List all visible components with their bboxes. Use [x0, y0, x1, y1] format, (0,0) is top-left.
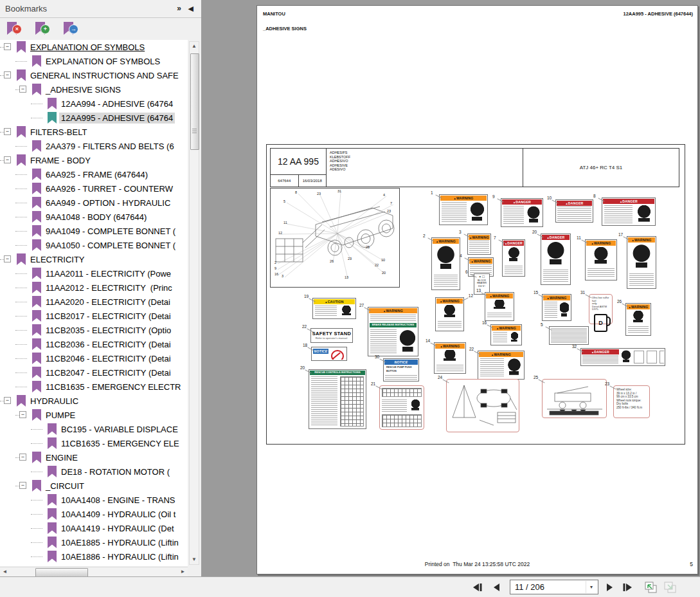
bookmark-item[interactable]: 11CB2017 - ELECTRICITY (Detai [0, 309, 188, 323]
next-view-button[interactable] [662, 580, 678, 594]
bookmark-label[interactable]: 10AE1886 - HYDRAULIC (Liftin [59, 551, 181, 562]
bookmark-item[interactable]: −PUMPE [0, 408, 188, 422]
bookmark-item[interactable]: 9AA1050 - COMPLETE BONNET ( [0, 238, 188, 252]
bookmark-label[interactable]: 10AA1408 - ENGINE - TRANS [59, 495, 177, 506]
bookmark-label[interactable]: 10AA1419 - HYDRAULIC (Det [59, 523, 176, 534]
bookmark-label[interactable]: _CIRCUIT [44, 481, 86, 491]
expand-options-icon[interactable]: » [177, 3, 181, 14]
bookmark-label[interactable]: 11AA2011 - ELECTRICITY (Powe [44, 268, 173, 279]
bookmark-label[interactable]: ENGINE [44, 452, 80, 463]
bookmark-item[interactable]: 11CB2046 - ELECTRICITY (Detai [0, 351, 188, 365]
bookmark-label[interactable]: 9AA1048 - BODY (647644) [44, 212, 148, 223]
bookmark-item[interactable]: 9AA1048 - BODY (647644) [0, 210, 188, 224]
add-bookmark-button[interactable]: + [33, 21, 50, 37]
combobox-dropdown-icon[interactable]: ▾ [586, 581, 597, 593]
previous-page-button[interactable] [489, 580, 505, 594]
horizontal-scroll-thumb[interactable] [35, 568, 88, 577]
bookmark-item[interactable]: 11CB1635 - EMERGENCY ELECTR [0, 380, 188, 394]
bookmark-item[interactable]: 12AA994 - ADHESIVE (64764 [0, 96, 188, 111]
bookmark-item[interactable]: 9AA1049 - COMPLETE BONNET ( [0, 224, 188, 238]
bookmark-label[interactable]: 11CB2047 - ELECTRICITY (Detai [44, 367, 173, 378]
bookmark-label[interactable]: 12AA994 - ADHESIVE (64764 [59, 98, 175, 109]
bookmark-item[interactable]: BC195 - VARIABLE DISPLACE [0, 422, 188, 436]
last-page-button[interactable] [620, 580, 635, 594]
bookmark-item[interactable]: 10AA1408 - ENGINE - TRANS [0, 493, 188, 507]
bookmark-label[interactable]: 12AA995 - ADHESIVE (64764 [59, 113, 175, 124]
collapse-minus-icon[interactable]: − [4, 71, 11, 78]
delete-bookmark-button[interactable]: × [5, 21, 22, 37]
scroll-right-icon[interactable]: ► [178, 567, 188, 576]
scroll-left-icon[interactable]: ◄ [0, 567, 10, 576]
collapse-minus-icon[interactable]: − [19, 482, 26, 489]
bookmark-item[interactable]: −ENGINE [0, 450, 188, 464]
bookmark-label[interactable]: 11CB1635 - EMERGENCY ELECTR [44, 381, 183, 392]
bookmark-label[interactable]: 6AA925 - FRAME (647644) [44, 169, 150, 180]
collapse-panel-icon[interactable]: ◀ [188, 3, 193, 14]
collapse-minus-icon[interactable]: − [19, 454, 26, 461]
bookmark-item[interactable]: −HYDRAULIC [0, 394, 188, 408]
bookmark-label[interactable]: 11CB2017 - ELECTRICITY (Detai [44, 311, 173, 322]
scroll-up-icon[interactable]: ▲ [190, 42, 199, 51]
bookmark-label[interactable]: 11AA2012 - ELECTRICITY (Princ [44, 282, 174, 293]
collapse-minus-icon[interactable]: − [4, 397, 11, 404]
bookmark-item[interactable]: 12AA995 - ADHESIVE (64764 [0, 111, 188, 125]
bookmark-label[interactable]: 6AA926 - TURRET - COUNTERW [44, 183, 175, 194]
first-page-button[interactable] [470, 580, 485, 594]
bookmark-item[interactable]: EXPLANATION OF SYMBOLS [0, 54, 188, 68]
bookmark-label[interactable]: 11CB2036 - ELECTRICITY (Detai [44, 339, 173, 350]
bookmark-label[interactable]: _ADHESIVE SIGNS [44, 84, 123, 95]
bookmark-label[interactable]: FILTERS-BELT [28, 127, 89, 138]
bookmark-label[interactable]: 10AE1885 - HYDRAULIC (Liftin [59, 537, 181, 548]
next-page-button[interactable] [602, 580, 617, 594]
bookmark-item[interactable]: 10AA1409 - HYDRAULIC (Oil t [0, 507, 188, 521]
bookmark-item[interactable]: 6AA925 - FRAME (647644) [0, 167, 188, 181]
bookmark-label[interactable]: 10AA1409 - HYDRAULIC (Oil t [59, 509, 177, 520]
page-number-combobox[interactable]: 11 / 206 ▾ [510, 580, 598, 594]
bookmark-label[interactable]: GENERAL INSTRUCTIONS AND SAFE [28, 70, 181, 81]
bookmark-item[interactable]: −EXPLANATION OF SYMBOLS [0, 40, 188, 54]
bookmark-label[interactable]: FRAME - BODY [28, 155, 93, 166]
tree-vertical-scrollbar[interactable]: ▲ ▼ [189, 41, 199, 565]
collapse-minus-icon[interactable]: − [4, 43, 11, 50]
bookmark-item[interactable]: 6AA926 - TURRET - COUNTERW [0, 181, 188, 196]
bookmark-item[interactable]: 11AA2020 - ELECTRICITY (Detai [0, 295, 188, 309]
collapse-minus-icon[interactable]: − [4, 128, 11, 135]
bookmark-item[interactable]: DE18 - ROTATION MOTOR ( [0, 464, 188, 479]
bookmark-label[interactable]: 11CB1635 - EMERGENCY ELE [59, 438, 181, 449]
bookmark-label[interactable]: 6AA949 - OPTION - HYDRAULIC [44, 197, 172, 208]
bookmark-label[interactable]: 11CB2035 - ELECTRICITY (Optio [44, 325, 173, 336]
collapse-minus-icon[interactable]: − [4, 156, 11, 163]
bookmark-label[interactable]: 9AA1049 - COMPLETE BONNET ( [44, 226, 177, 237]
bookmark-label[interactable]: HYDRAULIC [28, 396, 80, 407]
bookmark-item[interactable]: 11CB2035 - ELECTRICITY (Optio [0, 323, 188, 337]
bookmark-label[interactable]: EXPLANATION OF SYMBOLS [44, 56, 162, 67]
bookmark-item[interactable]: −FRAME - BODY [0, 153, 188, 167]
bookmark-item[interactable]: 11CB1635 - EMERGENCY ELE [0, 436, 188, 450]
collapse-minus-icon[interactable]: − [19, 411, 26, 418]
bookmark-label[interactable]: 11AA2020 - ELECTRICITY (Detai [44, 297, 172, 308]
bookmark-item[interactable]: −GENERAL INSTRUCTIONS AND SAFE [0, 68, 188, 82]
bookmark-item[interactable]: 11CB2047 - ELECTRICITY (Detai [0, 365, 188, 380]
bookmark-item[interactable]: 11AA2011 - ELECTRICITY (Powe [0, 266, 188, 280]
bookmark-label[interactable]: 11CB2046 - ELECTRICITY (Detai [44, 353, 173, 364]
bookmark-label[interactable]: 2AA379 - FILTERS AND BELTS (6 [44, 141, 176, 152]
bookmark-label[interactable]: BC195 - VARIABLE DISPLACE [59, 424, 180, 435]
collapse-minus-icon[interactable]: − [19, 86, 26, 93]
bookmark-item[interactable]: −_CIRCUIT [0, 479, 188, 493]
scroll-down-icon[interactable]: ▼ [190, 555, 199, 564]
previous-view-button[interactable] [643, 580, 658, 594]
bookmark-label[interactable]: PUMPE [44, 410, 77, 421]
bookmark-item[interactable]: 11CB2036 - ELECTRICITY (Detai [0, 337, 188, 351]
vertical-scroll-thumb[interactable] [190, 53, 199, 150]
bookmark-item[interactable]: 2AA379 - FILTERS AND BELTS (6 [0, 139, 188, 153]
bookmark-label[interactable]: DE18 - ROTATION MOTOR ( [59, 466, 172, 477]
goto-bookmark-button[interactable]: → [62, 21, 78, 37]
tree-horizontal-scrollbar[interactable]: ◄ ► [0, 567, 188, 577]
bookmark-item[interactable]: −ELECTRICITY [0, 252, 188, 266]
bookmark-item[interactable]: 10AE1885 - HYDRAULIC (Liftin [0, 535, 188, 549]
collapse-minus-icon[interactable]: − [4, 255, 11, 262]
bookmark-item[interactable]: 10AA1419 - HYDRAULIC (Det [0, 521, 188, 535]
bookmark-item[interactable]: −_ADHESIVE SIGNS [0, 82, 188, 96]
bookmark-label[interactable]: 9AA1050 - COMPLETE BONNET ( [44, 240, 177, 251]
bookmark-item[interactable]: −FILTERS-BELT [0, 125, 188, 139]
